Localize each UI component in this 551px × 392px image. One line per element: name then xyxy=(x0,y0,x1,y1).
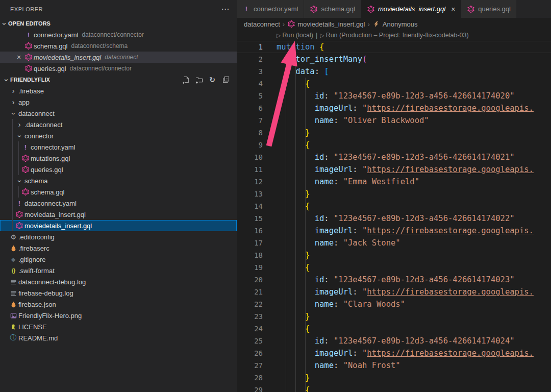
collapse-all-icon[interactable] xyxy=(221,76,230,84)
code-editor[interactable]: ▷ Run (local) | ▷ Run (Production – Proj… xyxy=(237,30,551,392)
license-icon xyxy=(9,323,17,331)
code-token: : xyxy=(334,177,343,186)
workspace-section-header[interactable]: › FRIENDLYFLIX ↻ xyxy=(0,74,237,85)
code-line-content: id: "123e4567-e89b-12d3-a456-42661417402… xyxy=(277,212,515,225)
url-link[interactable]: https://firebasestorage.googleapis. xyxy=(367,349,534,358)
tree-item-mutations.gql[interactable]: mutations.gql xyxy=(0,153,237,164)
new-folder-icon[interactable] xyxy=(195,76,203,84)
line-number: 15 xyxy=(237,212,277,225)
line-number: 6 xyxy=(237,102,277,114)
code-token: : xyxy=(353,104,362,113)
tree-item-.gitignore[interactable]: ◆.gitignore xyxy=(0,254,237,265)
open-editor-item-moviedetails_insert.gql[interactable]: ×moviedetails_insert.gqldataconnect xyxy=(0,52,237,63)
code-token: "Oliver Blackwood" xyxy=(343,116,429,125)
tree-item-dataconnect[interactable]: ›dataconnect xyxy=(0,108,237,119)
tree-item-queries.gql[interactable]: queries.gql xyxy=(0,164,237,175)
close-icon[interactable]: × xyxy=(14,53,23,61)
tree-item-firebase-debug.log[interactable]: firebase-debug.log xyxy=(0,287,237,299)
open-editor-label: schema.gql xyxy=(34,42,67,50)
breadcrumb-item-moviedetails_insert.gql[interactable]: moviedetails_insert.gql xyxy=(287,20,365,28)
tree-item-firebase.json[interactable]: firebase.json xyxy=(0,299,237,310)
refresh-icon[interactable]: ↻ xyxy=(208,76,216,84)
chevron-icon: › xyxy=(12,87,15,95)
open-editors-section-header[interactable]: › OPEN EDITORS xyxy=(0,18,237,29)
code-token: "123e4567-e89b-12d3-a456-426614174022" xyxy=(334,214,515,223)
tree-item-schema.gql[interactable]: schema.gql xyxy=(0,186,237,198)
tree-item-.firebase[interactable]: ›.firebase xyxy=(0,85,237,96)
code-line-23: 23 } xyxy=(237,310,551,323)
code-line-2: 2 actor_insertMany( xyxy=(237,53,551,65)
code-token xyxy=(277,385,305,392)
tree-item-schema[interactable]: ›schema xyxy=(0,175,237,186)
explorer-title: EXPLORER xyxy=(10,6,221,12)
close-icon[interactable]: × xyxy=(451,5,455,13)
file-icon-slot xyxy=(8,311,18,320)
line-number: 11 xyxy=(237,163,277,176)
code-token: : xyxy=(334,300,343,309)
yaml-icon: ! xyxy=(21,143,30,151)
code-token xyxy=(277,128,305,137)
editor-indent-guide xyxy=(286,53,286,392)
tab-connector.yaml[interactable]: !connector.yaml xyxy=(237,0,304,18)
tree-item-.firebaserc[interactable]: .firebaserc xyxy=(0,242,237,254)
url-link[interactable]: https://firebasestorage.googleapis. xyxy=(367,226,534,235)
chevron-icon: › xyxy=(10,112,18,115)
new-folder-icon xyxy=(195,76,203,84)
url-link[interactable]: https://firebasestorage.googleapis. xyxy=(367,104,534,113)
file-icon-slot xyxy=(8,278,18,286)
code-line-29: 29 { xyxy=(237,384,551,392)
tree-item-connector[interactable]: ›connector xyxy=(0,130,237,141)
line-number: 14 xyxy=(237,200,277,212)
code-token: id xyxy=(315,336,324,346)
tree-item-LICENSE[interactable]: LICENSE xyxy=(0,321,237,332)
more-actions-icon[interactable]: ⋯ xyxy=(221,5,230,13)
code-line-content: imageUrl: "https://firebasestorage.googl… xyxy=(277,347,534,359)
url-link[interactable]: https://firebasestorage.googleapis. xyxy=(367,165,534,174)
code-line-3: 3 data: [ xyxy=(237,65,551,78)
code-token: " xyxy=(362,226,367,235)
tree-item-README.md[interactable]: ⓘREADME.md xyxy=(0,332,237,344)
code-token xyxy=(277,140,305,150)
tree-item-connector.yaml[interactable]: !connector.yaml xyxy=(0,141,237,153)
code-line-20: 20 id: "123e4567-e89b-12d3-a456-42661417… xyxy=(237,274,551,286)
tab-moviedetails_insert.gql[interactable]: moviedetails_insert.gql× xyxy=(361,0,461,18)
tree-item-app[interactable]: ›app xyxy=(0,96,237,108)
tab-label: connector.yaml xyxy=(254,5,298,13)
open-editor-item-connector.yaml[interactable]: !connector.yamldataconnect/connector xyxy=(0,29,237,40)
tree-item-label: .firebaserc xyxy=(18,244,49,252)
breadcrumb-item-Anonymous[interactable]: Anonymous xyxy=(372,20,418,28)
tab-queries.gql[interactable]: queries.gql xyxy=(461,0,517,18)
tree-item-FriendlyFlix-Hero.png[interactable]: FriendlyFlix-Hero.png xyxy=(0,310,237,321)
open-editor-item-schema.gql[interactable]: schema.gqldataconnect/schema xyxy=(0,40,237,52)
tree-item-.swift-format[interactable]: {}.swift-format xyxy=(0,265,237,276)
breadcrumb-item-dataconnect[interactable]: dataconnect xyxy=(244,20,280,28)
code-token: } xyxy=(305,373,310,382)
tree-item-label: schema.gql xyxy=(31,188,64,196)
log-icon xyxy=(9,278,17,286)
tree-item-.dataconnect[interactable]: ›.dataconnect xyxy=(0,119,237,130)
tree-item-dataconnect-debug.log[interactable]: dataconnect-debug.log xyxy=(0,276,237,287)
tree-item-label: connector xyxy=(24,132,54,140)
chevron-down-icon: › xyxy=(14,132,24,140)
run-production-label: Run (Production – Project: friendly-flix… xyxy=(326,30,469,41)
tree-item-moviedata_insert.gql[interactable]: moviedata_insert.gql xyxy=(0,209,237,220)
tab-bar: !connector.yamlschema.gqlmoviedetails_in… xyxy=(237,0,551,18)
run-production-link[interactable]: ▷ Run (Production – Project: friendly-fl… xyxy=(320,30,468,41)
open-editor-item-queries.gql[interactable]: queries.gqldataconnect/connector xyxy=(0,63,237,74)
open-editor-description: dataconnect/schema xyxy=(71,42,128,50)
chevron-icon: › xyxy=(16,135,24,137)
workspace-actions: ↻ xyxy=(182,76,230,84)
gear-icon: ⚙ xyxy=(9,233,17,241)
editor-group: !connector.yamlschema.gqlmoviedetails_in… xyxy=(237,0,551,392)
tree-item-dataconnect.yaml[interactable]: !dataconnect.yaml xyxy=(0,198,237,209)
code-line-14: 14 { xyxy=(237,200,551,212)
new-file-icon[interactable] xyxy=(182,76,190,84)
run-local-link[interactable]: ▷ Run (local) xyxy=(277,30,313,41)
line-number: 2 xyxy=(237,53,277,65)
tree-item-.editorconfig[interactable]: ⚙.editorconfig xyxy=(0,231,237,242)
file-icon-slot xyxy=(8,300,18,308)
url-link[interactable]: https://firebasestorage.googleapis. xyxy=(367,287,534,297)
tab-schema.gql[interactable]: schema.gql xyxy=(304,0,361,18)
line-number: 10 xyxy=(237,151,277,163)
tree-item-moviedetails_insert.gql[interactable]: moviedetails_insert.gql xyxy=(0,220,237,231)
